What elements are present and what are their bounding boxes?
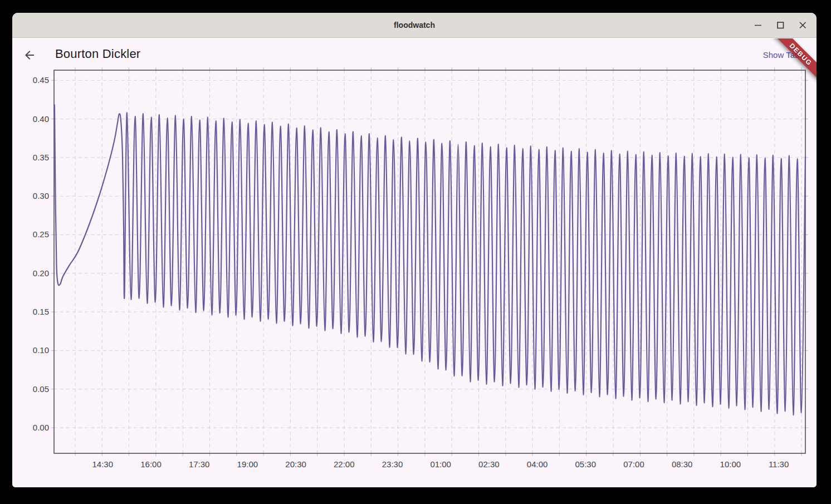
back-button[interactable] bbox=[22, 47, 37, 63]
x-axis-label: 11:30 bbox=[759, 459, 798, 469]
y-axis-label: 0.40 bbox=[14, 114, 49, 124]
y-axis-label: 0.15 bbox=[14, 307, 49, 317]
x-axis-label: 19:00 bbox=[228, 459, 267, 469]
x-axis-label: 17:30 bbox=[180, 459, 219, 469]
x-axis-label: 10:00 bbox=[711, 459, 750, 469]
y-axis-label: 0.20 bbox=[14, 268, 49, 278]
close-button[interactable] bbox=[796, 18, 809, 32]
window-controls bbox=[751, 13, 809, 37]
y-axis-label: 0.05 bbox=[14, 384, 49, 394]
page-title: Bourton Dickler bbox=[55, 47, 140, 61]
x-axis-label: 14:30 bbox=[83, 459, 122, 469]
level-line bbox=[54, 105, 805, 415]
minimize-button[interactable] bbox=[751, 18, 765, 32]
y-axis-label: 0.25 bbox=[14, 229, 49, 239]
arrow-left-icon bbox=[23, 48, 36, 62]
titlebar[interactable]: floodwatch bbox=[12, 13, 817, 38]
maximize-icon bbox=[774, 18, 787, 32]
x-axis-label: 05:30 bbox=[566, 459, 605, 469]
show-table-button[interactable]: Show Table bbox=[763, 50, 806, 60]
chart-plot[interactable] bbox=[51, 67, 809, 457]
x-axis-label: 01:00 bbox=[421, 459, 460, 469]
x-axis-label: 16:00 bbox=[131, 459, 170, 469]
y-axis-label: 0.45 bbox=[14, 75, 49, 85]
x-axis-label: 23:30 bbox=[373, 459, 412, 469]
x-axis-label: 07:00 bbox=[614, 459, 653, 469]
minimize-icon bbox=[751, 18, 765, 32]
y-axis-label: 0.00 bbox=[14, 423, 49, 433]
y-axis-label: 0.10 bbox=[14, 345, 49, 355]
y-axis-label: 0.35 bbox=[14, 153, 49, 163]
maximize-button[interactable] bbox=[774, 18, 787, 32]
x-axis-label: 20:30 bbox=[276, 459, 315, 469]
x-axis-label: 02:30 bbox=[470, 459, 509, 469]
content-area: Bourton Dickler Show Table 0.450.400.350… bbox=[12, 38, 817, 487]
y-axis-label: 0.30 bbox=[14, 191, 49, 201]
x-axis-label: 22:00 bbox=[325, 459, 364, 469]
window-title: floodwatch bbox=[394, 21, 435, 30]
x-axis-label: 04:00 bbox=[518, 459, 557, 469]
x-axis-label: 08:30 bbox=[663, 459, 702, 469]
close-icon bbox=[796, 18, 809, 32]
app-window: floodwatch bbox=[12, 13, 817, 487]
